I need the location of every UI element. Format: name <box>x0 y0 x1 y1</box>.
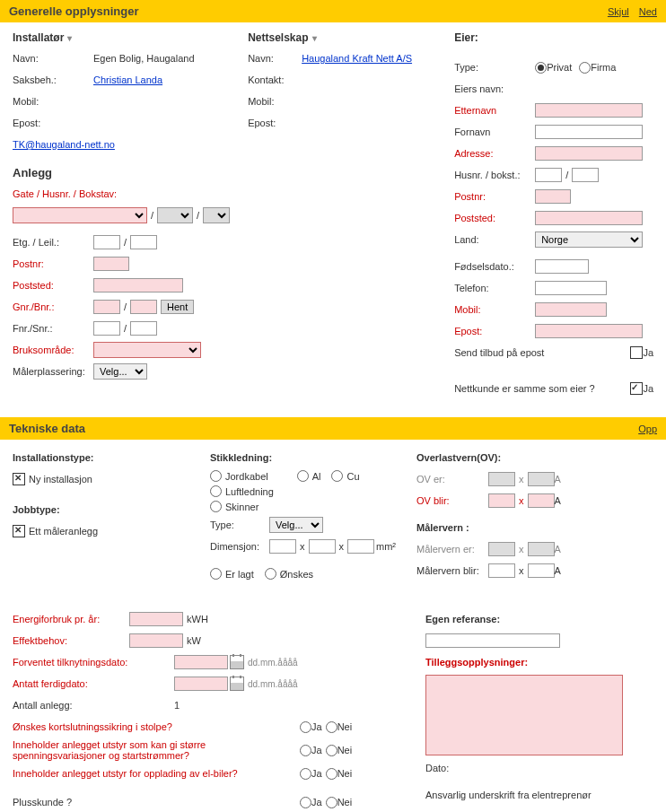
mv-blir-1[interactable] <box>488 563 515 578</box>
ny-install-checkbox[interactable] <box>13 473 25 485</box>
bruks-label: Bruksområde: <box>13 345 93 355</box>
installer-email-link[interactable]: TK@haugaland-nett.no <box>13 139 115 150</box>
chevron-down-icon[interactable]: ▾ <box>312 33 317 43</box>
anlegg-header: Anlegg <box>13 166 230 179</box>
ett-maler-checkbox[interactable] <box>13 525 25 537</box>
dim3-input[interactable] <box>347 539 374 554</box>
eier-mobil-input[interactable] <box>535 302 607 317</box>
fodsel-input[interactable] <box>535 259 589 274</box>
hent-button[interactable]: Hent <box>161 300 194 314</box>
gate-select[interactable] <box>13 207 147 223</box>
nettkunde-checkbox[interactable] <box>630 382 643 395</box>
elbil-ja-radio[interactable] <box>300 768 311 780</box>
kortslut-nei-radio[interactable] <box>326 721 337 733</box>
luftledning-radio[interactable] <box>210 485 222 497</box>
maler-select[interactable]: Velg... <box>93 363 147 380</box>
effekt-input[interactable] <box>129 633 183 648</box>
tilleggs-textarea[interactable] <box>425 675 623 755</box>
anlegg-poststed-input[interactable] <box>93 278 183 292</box>
al-radio[interactable] <box>297 470 309 482</box>
general-section-body: Installatør ▾ Navn: Egen Bolig, Haugalan… <box>0 22 666 417</box>
ov-blir-2[interactable] <box>528 493 555 508</box>
leil-input[interactable] <box>130 235 157 249</box>
dim1-input[interactable] <box>269 539 296 554</box>
pluss-nei-radio[interactable] <box>326 797 337 808</box>
dimensjon-label: Dimensjon: <box>210 541 269 552</box>
elbil-nei-radio[interactable] <box>326 768 337 780</box>
skjul-link[interactable]: Skjul <box>608 6 629 17</box>
eier-epost-input[interactable] <box>535 324 643 338</box>
eier-adresse-label: Adresse: <box>454 148 535 159</box>
husnr-select[interactable] <box>157 207 193 223</box>
antall-value: 1 <box>174 700 180 711</box>
calendar-icon[interactable] <box>230 655 244 669</box>
calendar-icon[interactable] <box>230 677 244 691</box>
land-label: Land: <box>454 234 535 245</box>
cu-radio[interactable] <box>331 470 343 482</box>
installer-name-value: Egen Bolig, Haugaland <box>93 53 230 64</box>
tech-title: Tekniske data <box>9 422 85 435</box>
eier-header: Eier: <box>454 31 653 44</box>
nett-kontakt-label: Kontakt: <box>248 74 302 85</box>
anlegg-postnr-input[interactable] <box>93 257 129 271</box>
gnr-input[interactable] <box>93 300 120 314</box>
etg-input[interactable] <box>93 235 120 249</box>
fnr-input[interactable] <box>93 321 120 336</box>
eier-telefon-input[interactable] <box>535 281 607 295</box>
mv-er-label: Målervern er: <box>416 544 488 554</box>
fornavn-label: Fornavn <box>454 127 535 137</box>
mv-er-2[interactable] <box>528 542 555 556</box>
saksbeh-link[interactable]: Christian Landa <box>93 74 162 85</box>
snr-input[interactable] <box>130 321 157 336</box>
egen-ref-input[interactable] <box>425 633 560 648</box>
antatt-input[interactable] <box>174 677 228 691</box>
dim2-input[interactable] <box>309 539 336 554</box>
eiers-navn-label: Eiers navn: <box>454 83 535 94</box>
opp-link[interactable]: Opp <box>638 423 657 434</box>
eier-postnr-label: Postnr: <box>454 191 535 202</box>
nett-name-link[interactable]: Haugaland Kraft Nett A/S <box>302 53 412 64</box>
bruks-select[interactable] <box>93 342 201 358</box>
eier-postnr-input[interactable] <box>535 189 571 204</box>
energi-input[interactable] <box>129 612 183 626</box>
onskes-radio[interactable] <box>265 568 276 580</box>
eier-bokst-input[interactable] <box>572 168 599 182</box>
type-select[interactable]: Velg... <box>269 517 323 533</box>
pluss-ja-radio[interactable] <box>300 797 311 808</box>
spenning-ja-radio[interactable] <box>300 745 311 756</box>
install-type-label: Installationstype: <box>13 452 93 463</box>
erlagt-radio[interactable] <box>210 568 222 580</box>
land-select[interactable]: Norge <box>535 231 643 248</box>
bokstav-select[interactable] <box>203 207 230 223</box>
anlegg-poststed-label: Poststed: <box>13 280 93 291</box>
eier-type-label: Type: <box>454 62 535 73</box>
etg-label: Etg. / Leil.: <box>13 237 93 248</box>
etternavn-input[interactable] <box>535 103 643 118</box>
ned-link[interactable]: Ned <box>639 6 657 17</box>
chevron-down-icon[interactable]: ▾ <box>67 33 72 43</box>
kortslut-ja-radio[interactable] <box>300 721 311 733</box>
send-tilbud-label: Send tilbud på epost <box>454 347 630 358</box>
overlast-label: Overlastvern(OV): <box>416 452 501 463</box>
dato-label: Dato: <box>425 763 449 773</box>
spenning-nei-radio[interactable] <box>326 745 337 756</box>
ov-blir-1[interactable] <box>488 493 515 508</box>
mv-blir-2[interactable] <box>528 563 555 578</box>
forventet-input[interactable] <box>174 655 228 669</box>
firma-radio[interactable] <box>579 62 591 74</box>
ov-er-1[interactable] <box>488 472 515 486</box>
mv-er-1[interactable] <box>488 542 515 556</box>
kortslut-label: Ønskes kortslutningssikring i stolpe? <box>13 721 300 732</box>
fornavn-input[interactable] <box>535 125 643 139</box>
ov-er-2[interactable] <box>528 472 555 486</box>
eier-husnr-input[interactable] <box>535 168 562 182</box>
eier-adresse-input[interactable] <box>535 146 643 161</box>
eier-poststed-input[interactable] <box>535 211 643 225</box>
gnr-label: Gnr./Bnr.: <box>13 301 93 312</box>
privat-radio[interactable] <box>535 62 547 74</box>
skinner-radio[interactable] <box>210 501 222 512</box>
installer-header: Installatør ▾ <box>13 31 230 44</box>
jordkabel-radio[interactable] <box>210 470 222 482</box>
bnr-input[interactable] <box>130 300 157 314</box>
send-tilbud-checkbox[interactable] <box>630 346 643 359</box>
